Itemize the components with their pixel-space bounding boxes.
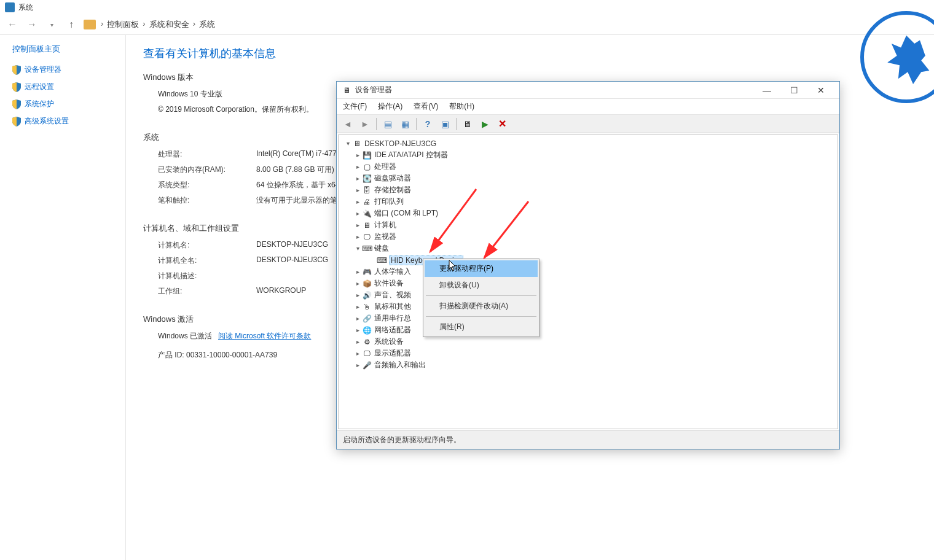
disable-icon[interactable]: ✕: [495, 117, 509, 131]
tree-node[interactable]: ▸🎮人体学输入: [343, 266, 833, 278]
chevron-right-icon[interactable]: ▸: [353, 292, 362, 298]
menu-help[interactable]: 帮助(H): [449, 101, 474, 112]
chevron-right-icon[interactable]: ▸: [353, 268, 362, 275]
sidebar-item[interactable]: 系统保护: [12, 99, 125, 109]
info-value: DESKTOP-NJEU3CG: [256, 240, 328, 251]
minimize-button[interactable]: —: [753, 82, 780, 98]
breadcrumb-item[interactable]: 系统: [199, 19, 215, 30]
scan-icon[interactable]: ▣: [438, 117, 452, 131]
menu-separator: [426, 295, 536, 296]
tree-node-label: 监视器: [374, 231, 396, 242]
license-terms-link[interactable]: 阅读 Microsoft 软件许可条款: [218, 331, 311, 341]
chevron-right-icon[interactable]: ▸: [353, 327, 362, 333]
info-label: 计算机描述:: [158, 271, 256, 281]
dm-titlebar[interactable]: 🖥 设备管理器 — ☐ ✕: [337, 82, 839, 99]
maximize-button[interactable]: ☐: [780, 82, 807, 98]
close-button[interactable]: ✕: [807, 82, 834, 98]
info-value: DESKTOP-NJEU3CG: [256, 255, 328, 266]
tree-node-label: 显示适配器: [374, 348, 411, 359]
menu-separator: [426, 316, 536, 317]
info-value: 没有可用于此显示器的笔: [256, 195, 337, 206]
tree-node-label: 处理器: [374, 161, 396, 172]
tree-node[interactable]: ▸🖨打印队列: [343, 196, 833, 208]
recent-dropdown-icon[interactable]: ▾: [44, 17, 59, 32]
help-icon[interactable]: ?: [420, 117, 435, 131]
monitor-icon: 🖵: [362, 232, 372, 242]
properties-icon[interactable]: ▦: [398, 117, 412, 131]
chevron-right-icon[interactable]: ▸: [353, 198, 362, 205]
disk-icon: 💽: [362, 174, 372, 184]
info-label: 系统类型:: [158, 180, 256, 190]
software-icon: 📦: [362, 279, 372, 289]
chevron-right-icon[interactable]: ▸: [353, 303, 362, 310]
context-menu-item[interactable]: 更新驱动程序(P): [425, 260, 538, 277]
context-menu[interactable]: 更新驱动程序(P)卸载设备(U)扫描检测硬件改动(A)属性(R): [423, 259, 540, 337]
uninstall-icon[interactable]: ▶: [477, 117, 492, 131]
info-value: 64 位操作系统，基于 x64: [256, 180, 339, 190]
menu-file[interactable]: 文件(F): [343, 101, 367, 112]
tree-node[interactable]: ▸💽磁盘驱动器: [343, 173, 833, 184]
tree-node-label: 鼠标和其他: [374, 301, 411, 312]
chevron-right-icon[interactable]: ▸: [353, 350, 362, 357]
tree-node[interactable]: ▸🖵显示适配器: [343, 348, 833, 359]
tree-node[interactable]: ▸🔗通用串行总: [343, 313, 833, 324]
chevron-right-icon[interactable]: ▸: [353, 210, 362, 217]
forward-icon[interactable]: ►: [358, 117, 372, 131]
chevron-right-icon[interactable]: ▸: [353, 280, 362, 287]
tree-node[interactable]: ▸📦软件设备: [343, 278, 833, 289]
chevron-right-icon: ›: [143, 19, 145, 30]
chevron-right-icon[interactable]: ▸: [353, 362, 362, 368]
context-menu-item[interactable]: 扫描检测硬件改动(A): [425, 298, 538, 314]
tree-node[interactable]: ▸🖥计算机: [343, 219, 833, 231]
chevron-right-icon[interactable]: ▸: [353, 315, 362, 322]
back-icon[interactable]: ←: [5, 17, 20, 32]
cpu-icon: ▢: [362, 162, 372, 172]
context-menu-item[interactable]: 属性(R): [425, 319, 538, 335]
tree-node[interactable]: ▸🎤音频输入和输出: [343, 359, 833, 371]
dm-menubar[interactable]: 文件(F) 操作(A) 查看(V) 帮助(H): [337, 99, 839, 115]
breadcrumb[interactable]: › 控制面板 › 系统和安全 › 系统: [101, 19, 215, 30]
chevron-right-icon[interactable]: ▸: [353, 233, 362, 240]
tree-node[interactable]: ▾⌨键盘: [343, 243, 833, 254]
info-label: 计算机名:: [158, 240, 256, 251]
back-icon[interactable]: ◄: [340, 117, 355, 131]
tree-node[interactable]: ▸💾IDE ATA/ATAPI 控制器: [343, 149, 833, 161]
device-manager-window[interactable]: 🖥 设备管理器 — ☐ ✕ 文件(F) 操作(A) 查看(V) 帮助(H) ◄ …: [336, 81, 840, 449]
chevron-right-icon[interactable]: ▸: [353, 222, 362, 228]
update-driver-icon[interactable]: 🖥: [460, 117, 475, 131]
info-value: WORKGROUP: [256, 286, 306, 297]
chevron-right-icon[interactable]: ▸: [353, 338, 362, 345]
tree-node[interactable]: ▸▢处理器: [343, 161, 833, 173]
tree-root[interactable]: ▾ 🖥 DESKTOP-NJEU3CG: [343, 138, 833, 149]
tree-node[interactable]: ▸⚙系统设备: [343, 336, 833, 348]
control-panel-home-link[interactable]: 控制面板主页: [12, 44, 125, 55]
context-menu-item[interactable]: 卸载设备(U): [425, 277, 538, 294]
tree-node[interactable]: ▸🗄存储控制器: [343, 184, 833, 196]
tree-node[interactable]: ▸🖵监视器: [343, 231, 833, 243]
chevron-down-icon[interactable]: ▾: [343, 140, 352, 147]
tree-leaf[interactable]: ⌨HID Keyboard Device: [343, 254, 833, 266]
breadcrumb-item[interactable]: 系统和安全: [149, 19, 189, 30]
device-tree[interactable]: ▾ 🖥 DESKTOP-NJEU3CG ▸💾IDE ATA/ATAPI 控制器▸…: [338, 134, 838, 429]
tree-node[interactable]: ▸🖱鼠标和其他: [343, 301, 833, 313]
chevron-right-icon[interactable]: ▸: [353, 175, 362, 182]
show-hidden-icon[interactable]: ▤: [380, 117, 395, 131]
chevron-right-icon[interactable]: ▸: [353, 152, 362, 158]
chevron-down-icon[interactable]: ▾: [353, 245, 362, 252]
chevron-right-icon[interactable]: ▸: [353, 163, 362, 170]
menu-view[interactable]: 查看(V): [414, 101, 438, 112]
menu-action[interactable]: 操作(A): [378, 101, 402, 112]
sidebar-item[interactable]: 设备管理器: [12, 64, 125, 75]
chevron-right-icon[interactable]: ▸: [353, 187, 362, 193]
tree-node[interactable]: ▸🔌端口 (COM 和 LPT): [343, 208, 833, 219]
up-icon[interactable]: ↑: [64, 17, 79, 32]
hid-icon: 🎮: [362, 267, 372, 277]
tree-node[interactable]: ▸🔊声音、视频: [343, 289, 833, 301]
sidebar-item[interactable]: 远程设置: [12, 82, 125, 92]
tree-node[interactable]: ▸🌐网络适配器: [343, 324, 833, 336]
sidebar-item[interactable]: 高级系统设置: [12, 116, 125, 126]
breadcrumb-item[interactable]: 控制面板: [107, 19, 139, 30]
dm-toolbar: ◄ ► ▤ ▦ ? ▣ 🖥 ▶ ✕: [337, 115, 839, 133]
keyboard-category-icon: ⌨: [362, 244, 372, 254]
forward-icon[interactable]: →: [25, 17, 39, 32]
